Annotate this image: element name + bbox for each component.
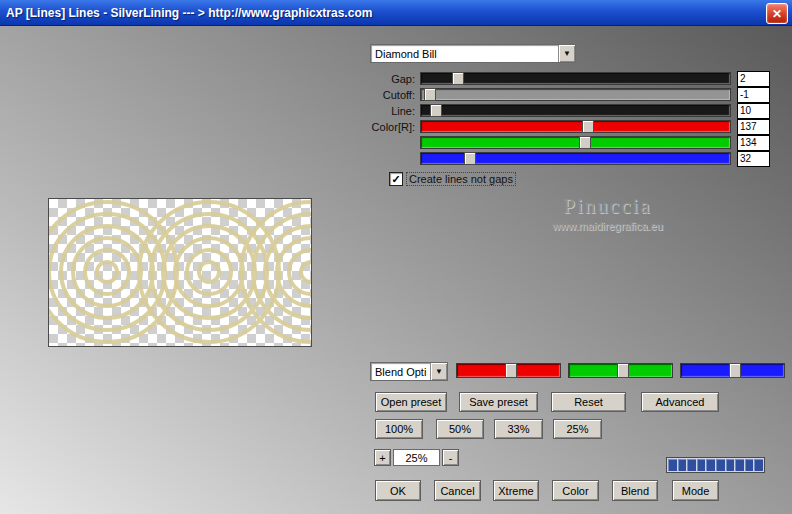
line-slider-track[interactable] <box>420 104 731 117</box>
color-blue-value[interactable]: 32 <box>737 151 770 167</box>
blend-green-thumb[interactable] <box>617 363 629 378</box>
cutoff-slider-thumb[interactable] <box>424 88 436 101</box>
zoom-50-button[interactable]: 50% <box>436 419 484 439</box>
zoom-33-button[interactable]: 33% <box>494 419 543 439</box>
window-title: AP [Lines] Lines - SilverLining --- > ht… <box>6 6 372 20</box>
blend-chevron-down-icon[interactable]: ▼ <box>430 363 447 380</box>
blend-options-value: Blend Opti <box>371 366 430 378</box>
color-red-slider-track[interactable] <box>420 120 731 133</box>
progress-segment <box>735 459 744 471</box>
color-blue-slider-track[interactable] <box>420 152 731 165</box>
chevron-down-icon[interactable]: ▼ <box>558 45 575 62</box>
slider-label-line: Line: <box>330 105 415 117</box>
window-titlebar[interactable]: AP [Lines] Lines - SilverLining --- > ht… <box>0 0 792 26</box>
cutoff-slider-track[interactable] <box>420 88 731 101</box>
open-preset-button[interactable]: Open preset <box>375 392 447 412</box>
xtreme-button[interactable]: Xtreme <box>493 480 539 501</box>
zoom-level-value: 25% <box>393 449 440 466</box>
zoom-minus-button[interactable]: - <box>442 449 459 466</box>
zoom-25-button[interactable]: 25% <box>553 419 602 439</box>
preview-rings <box>49 199 311 346</box>
mode-button[interactable]: Mode <box>672 480 719 501</box>
cancel-button[interactable]: Cancel <box>434 480 481 501</box>
progress-segment <box>726 459 735 471</box>
preset-dropdown-value: Diamond Bill <box>371 48 558 60</box>
watermark: Pinuccia www.maidiregrafica.eu <box>515 194 700 232</box>
watermark-site: www.maidiregrafica.eu <box>515 220 700 232</box>
check-icon: ✓ <box>391 174 400 184</box>
progress-segment <box>745 459 754 471</box>
preview-canvas[interactable] <box>48 198 312 347</box>
save-preset-button[interactable]: Save preset <box>459 392 538 412</box>
ok-button[interactable]: OK <box>375 480 421 501</box>
slider-label-cutoff: Cutoff: <box>330 89 415 101</box>
progress-segment <box>687 459 696 471</box>
blend-options-dropdown[interactable]: Blend Opti ▼ <box>370 362 448 381</box>
line-value[interactable]: 10 <box>737 103 770 119</box>
gap-slider-thumb[interactable] <box>452 72 464 85</box>
watermark-name: Pinuccia <box>515 194 700 219</box>
color-red-value[interactable]: 137 <box>737 119 770 135</box>
blend-button[interactable]: Blend <box>612 480 658 501</box>
progress-segment <box>697 459 706 471</box>
zoom-100-button[interactable]: 100% <box>375 419 423 439</box>
progress-segment <box>668 459 677 471</box>
plugin-window: AP [Lines] Lines - SilverLining --- > ht… <box>0 0 792 514</box>
close-icon: ✕ <box>772 7 782 21</box>
progress-segment <box>706 459 715 471</box>
progress-segment <box>678 459 687 471</box>
gap-slider-track[interactable] <box>420 72 731 85</box>
create-lines-checkbox[interactable]: ✓ <box>389 172 403 186</box>
line-slider-thumb[interactable] <box>430 104 442 117</box>
blend-red-thumb[interactable] <box>505 363 517 378</box>
blend-green-slider[interactable] <box>568 363 673 378</box>
progress-segment <box>716 459 725 471</box>
color-blue-slider-thumb[interactable] <box>464 152 476 165</box>
create-lines-label[interactable]: Create lines not gaps <box>406 172 516 186</box>
reset-button[interactable]: Reset <box>551 392 626 412</box>
blend-red-slider[interactable] <box>456 363 561 378</box>
blend-blue-slider[interactable] <box>680 363 785 378</box>
progress-bar <box>666 457 765 473</box>
color-green-slider-thumb[interactable] <box>579 136 591 149</box>
progress-segment <box>754 459 763 471</box>
advanced-button[interactable]: Advanced <box>641 392 719 412</box>
slider-label-color-r: Color[R]: <box>330 121 415 133</box>
slider-label-gap: Gap: <box>330 73 415 85</box>
gap-value[interactable]: 2 <box>737 71 770 87</box>
cutoff-value[interactable]: -1 <box>737 87 770 103</box>
close-button[interactable]: ✕ <box>766 3 788 24</box>
blend-blue-thumb[interactable] <box>729 363 741 378</box>
color-red-slider-thumb[interactable] <box>582 120 594 133</box>
color-green-slider-track[interactable] <box>420 136 731 149</box>
color-button[interactable]: Color <box>552 480 599 501</box>
color-green-value[interactable]: 134 <box>737 135 770 151</box>
preset-dropdown[interactable]: Diamond Bill ▼ <box>370 44 576 63</box>
zoom-plus-button[interactable]: + <box>374 449 391 466</box>
